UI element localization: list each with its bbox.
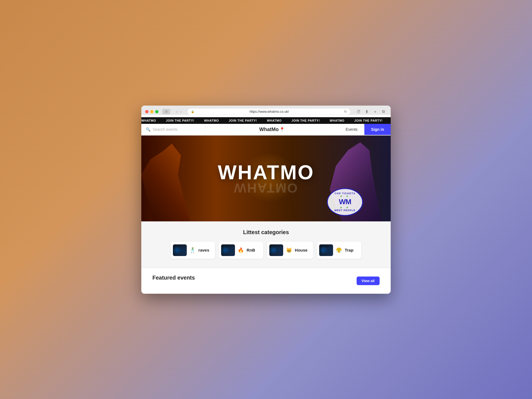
traffic-lights (145, 110, 158, 113)
share-icon[interactable]: ⬆ (364, 108, 370, 115)
new-tab-icon[interactable]: + (372, 108, 378, 115)
address-bar[interactable]: 🔒 https://www.whatmo.co.uk/ ↻ (188, 109, 350, 115)
categories-grid: 🕺 raves 🔥 RnB 😸 House (152, 242, 380, 259)
featured-title: Featured events (152, 275, 195, 281)
browser-actions: ⏱ ⬆ + ⧉ (355, 108, 387, 115)
stamp-wm: WM (339, 198, 351, 206)
tabs-icon[interactable]: ⧉ (380, 108, 387, 115)
marquee-content: WHATMO JOIN THE PARTY! WHATMO JOIN THE P… (141, 119, 391, 122)
site-nav: 🔍 Search events WhatMo 📍 Events Sign in (141, 124, 391, 135)
hero-title: WHATMO (218, 162, 314, 182)
hero-title-wrap: WHATMO WHATMO (218, 162, 314, 195)
refresh-button[interactable]: ↻ (344, 110, 347, 114)
stamp-stars-top: ★ ★ (340, 195, 350, 198)
category-card-house[interactable]: 😸 House (267, 242, 313, 259)
category-emoji-rnb: 🔥 (238, 247, 244, 253)
nav-arrows: ‹ › (175, 109, 183, 114)
search-input[interactable]: Search events (153, 127, 178, 132)
hero-section: WHATMO WHATMO COP TICKETS ★ ★ WM ★ ★ MEE… (141, 135, 391, 221)
back-button[interactable]: ‹ (175, 109, 179, 114)
featured-section: Featured events View all (141, 268, 391, 294)
logo-area: WhatMo 📍 (205, 124, 339, 135)
stamp-top-text: COP TICKETS (334, 192, 355, 195)
category-card-trap[interactable]: 😤 Trap (317, 242, 361, 259)
category-label-rnb: RnB (247, 248, 255, 252)
maximize-button[interactable] (155, 110, 158, 113)
history-icon[interactable]: ⏱ (355, 108, 362, 115)
category-emoji-raves: 🕺 (190, 247, 196, 253)
browser-window: ⊡ ‹ › 🔒 https://www.whatmo.co.uk/ ↻ ⏱ ⬆ … (141, 106, 391, 294)
search-icon: 🔍 (146, 127, 150, 132)
forward-button[interactable]: › (179, 109, 183, 114)
category-thumb-trap (319, 244, 333, 256)
signin-button[interactable]: Sign in (364, 124, 391, 135)
category-label-house: House (295, 248, 308, 252)
category-label-raves: raves (198, 248, 209, 252)
hero-title-mirror: WHATMO (218, 181, 314, 195)
category-emoji-trap: 😤 (336, 247, 342, 253)
marquee-ticker: WHATMO JOIN THE PARTY! WHATMO JOIN THE P… (141, 117, 391, 124)
category-card-rnb[interactable]: 🔥 RnB (219, 242, 263, 259)
close-button[interactable] (145, 110, 149, 113)
site-logo[interactable]: WhatMo (259, 127, 279, 132)
category-thumb-house (269, 244, 283, 256)
browser-chrome: ⊡ ‹ › 🔒 https://www.whatmo.co.uk/ ↻ ⏱ ⬆ … (141, 106, 391, 115)
categories-title: Littest categories (152, 229, 380, 236)
minimize-button[interactable] (150, 110, 154, 113)
category-label-trap: Trap (345, 248, 354, 252)
stamp-bottom-text: MEET PEOPLE (334, 209, 355, 212)
url-text: https://www.whatmo.co.uk/ (196, 110, 342, 114)
category-emoji-house: 😸 (286, 247, 292, 253)
logo-pin-icon: 📍 (279, 127, 285, 132)
stamp-stars-bottom: ★ ★ (340, 206, 350, 209)
category-thumb-rnb (221, 244, 235, 256)
stamp-oval: COP TICKETS ★ ★ WM ★ ★ MEET PEOPLE (327, 188, 363, 216)
category-card-raves[interactable]: 🕺 raves (171, 242, 215, 259)
tab-switcher-icon[interactable]: ⊡ (162, 109, 170, 114)
lock-icon: 🔒 (191, 110, 194, 113)
events-nav-link[interactable]: Events (339, 124, 365, 135)
search-area[interactable]: 🔍 Search events (141, 124, 205, 134)
categories-section: Littest categories 🕺 raves 🔥 RnB (141, 221, 391, 268)
view-all-button[interactable]: View all (357, 277, 380, 285)
category-thumb-raves (173, 244, 187, 256)
featured-header: Featured events View all (152, 275, 380, 287)
stamp-badge: COP TICKETS ★ ★ WM ★ ★ MEET PEOPLE (327, 188, 363, 216)
nav-right: Events Sign in (339, 124, 391, 135)
